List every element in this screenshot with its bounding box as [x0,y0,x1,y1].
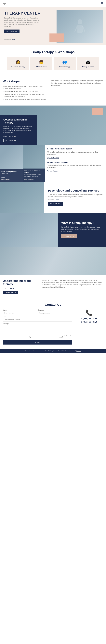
name-surname-row: Name Surname [3,309,72,315]
psychology-description: Duis aute irure dolor in reprehenderit i… [48,194,103,198]
footer: SampleText: Click to select the text box… [0,349,106,353]
psychology-source-link[interactable]: Freepik [55,199,59,200]
crisis-text-overlay: Need help right now? +1 123-456 Ut lorem… [0,169,22,182]
couples-overlay: Couples and Family Therapy Ut lorem at m… [0,116,37,145]
hero-title: THERAPY CENTER [4,11,41,16]
child-therapy-icon: 👧 [39,60,44,64]
message-textarea[interactable] [3,325,72,333]
group-therapy-back-desc: The Counselling Center has a wide variet… [47,164,104,168]
group-therapy-section: Group Therapy & Workshops 🧑 Individual T… [0,45,106,75]
psychology-group-photo [0,182,44,213]
svg-line-2 [75,26,77,31]
understanding-photo-row [0,247,106,275]
terms-row: I accept the Terms of Service [3,335,72,338]
couples-learn-more-button[interactable]: learn more [4,139,18,142]
couples-section: Couples and Family Therapy Ut lorem at m… [0,106,106,145]
what-title: What is Group Therapy? [61,221,102,224]
hero-learn-more-button[interactable]: LEARN MORE [4,30,20,33]
what-overlay: What is Group Therapy? SampleText: Click… [58,213,106,247]
therapy-card-child[interactable]: 👧 Child Therapy [30,57,52,70]
family-therapy-label: Family Therapy [82,66,94,68]
email-label: Email [3,316,72,318]
workshops-right-col: Both groups and workshops are powerful t… [51,80,103,87]
svg-point-0 [78,19,82,24]
crisis-phone[interactable]: +1 123-456 [2,173,21,175]
individual-therapy-icon: 🧑 [16,60,20,64]
name-input[interactable] [3,311,37,315]
group-therapy-title: Group Therapy & Workshops [3,50,103,54]
hero-text-block: THERAPY CENTER SampleText: Click to sele… [4,11,41,40]
psychology-source: Image from Freepik [48,199,103,201]
couples-description: Ut lorem at metus est aliquet vestibulum… [4,125,33,134]
couples-image-bg: Couples and Family Therapy Ut lorem at m… [0,106,106,145]
hero-image-area [41,12,103,40]
surname-field: Surname [38,309,72,315]
understanding-body: Ut enim ad minim veniam, quis nostrud ex… [42,279,103,288]
nav-logo: logo [3,2,6,4]
contact-form: Name Surname Email Message I accept the … [3,309,72,344]
workshops-title: Workshops [3,80,47,83]
phone-icon: 📞 [86,309,92,316]
therapy-card-family[interactable]: 👨‍👩‍👧 Family Therapy [77,57,99,70]
try-groups-link[interactable]: Try our Groups! [47,170,58,172]
surname-label: Surname [38,309,72,311]
phone-number-2[interactable]: 1 (234) 987-654 [81,321,97,323]
couples-source: Image from Freepik [4,135,33,137]
hero-source-link[interactable]: Freepik [11,39,15,40]
psychology-learn-more-button[interactable]: LEARN MORE [48,202,63,206]
message-field: Message [3,323,72,334]
card-peer: Just need someone to listen? Try a Peer … [22,145,45,182]
three-cards-row: Need help right now? +1 123-456 Ut lorem… [0,145,106,182]
hero-description: SampleText: Click to select the text box… [4,17,41,28]
understanding-learn-more-button[interactable]: learn more [3,290,18,294]
family-therapy-icon: 👨‍👩‍👧 [86,60,90,64]
understanding-section: Understanding group therapy Image from F… [0,275,106,298]
footer-text: SampleText: Click to select the text box… [25,350,76,352]
contact-section: Contact Us Name Surname Email Message [0,298,106,349]
understanding-right-col: Ut enim ad minim veniam, quis nostrud ex… [42,279,103,288]
peer-counselors-link[interactable]: Peer Counselors [24,179,34,180]
message-label: Message [3,323,72,324]
child-therapy-label: Child Therapy [36,66,46,68]
group-therapy-back-title: Group Therapy is back! [47,161,104,163]
peer-desc: Try a Peer Counselor! They're here to li… [24,174,44,177]
card-right-col: Looking for a private space? We have fax… [45,145,106,182]
what-is-group-therapy-section: What is Group Therapy? SampleText: Click… [0,213,106,247]
workshops-right-text: Both groups and workshops are powerful t… [51,80,103,87]
therapy-card-group[interactable]: 👥 Group Therapy [54,57,76,70]
crisis-title: Need help right now? [2,171,21,172]
psychology-text-block: Psychology and Counselling Services Duis… [47,186,106,209]
hero-accent-rectangle [50,34,64,42]
therapy-cards-container: 🧑 Individual Therapy 👧 Child Therapy 👥 G… [3,57,103,70]
contact-right-col: 📞 1 (234) 567-891 1 (234) 987-654 [75,309,103,344]
crisis-label: Crisis Services [2,179,21,180]
tips-for-zooming-link[interactable]: Tips for Zooming [47,157,59,159]
psychology-image [0,182,44,213]
email-input[interactable] [3,318,72,322]
footer-link[interactable]: Freepik [76,350,81,352]
couples-title: Couples and Family Therapy [4,118,33,124]
nav-menu-icon[interactable]: ☰ [101,2,103,5]
private-space-desc: We have fax and instructions as how to b… [47,151,104,155]
private-space-card: Looking for a private space? We have fax… [47,148,104,159]
workshops-list: Mostly focused on the development of eve… [3,90,47,100]
workshops-intro: Setting brand and digital strategies tha… [3,85,47,90]
group-therapy-label: Group Therapy [59,66,70,68]
couples-accent-rectangle [92,108,103,116]
therapy-card-individual[interactable]: 🧑 Individual Therapy [7,57,29,70]
what-section-bg-image [0,213,59,247]
peer-title: Just need someone to listen? [24,170,44,173]
surname-input[interactable] [38,311,72,315]
group-therapy-icon: 👥 [62,60,67,64]
terms-label: I accept the Terms of Service [59,335,72,338]
what-learn-more-button[interactable]: learn more [61,234,76,238]
individual-therapy-label: Individual Therapy [11,66,25,68]
understanding-source-link[interactable]: Freepik [10,287,14,288]
understanding-source: Image from Freepik [3,287,40,288]
terms-checkbox[interactable] [3,336,58,338]
submit-button[interactable]: SUBMIT [3,340,72,344]
phone-number-1[interactable]: 1 (234) 567-891 [81,318,97,320]
workshops-section: Workshops Setting brand and digital stra… [0,75,106,106]
couples-source-link[interactable]: Freepik [11,136,16,137]
workshops-bullet-1: Mostly focused on the development of eve… [3,90,47,92]
